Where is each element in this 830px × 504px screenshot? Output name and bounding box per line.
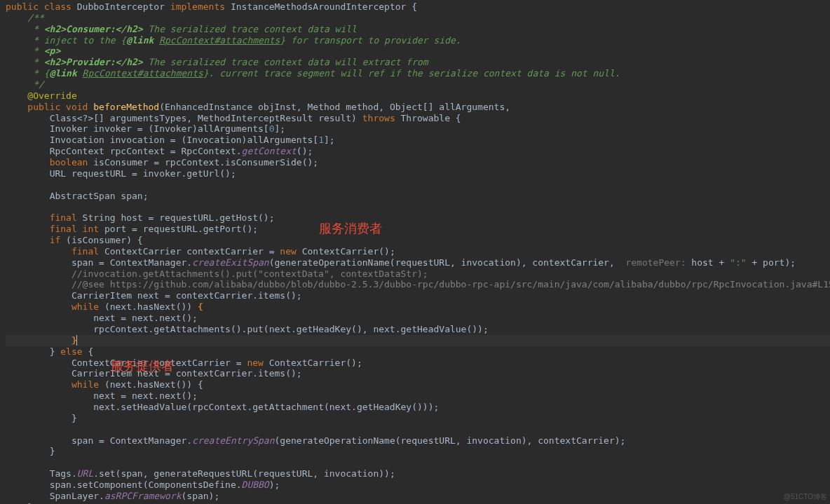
code-line: ContextCarrier contextCarrier = new Cont… (6, 357, 362, 368)
code-line: while (next.hasNext()) { (6, 379, 203, 390)
code-line: } (6, 413, 77, 423)
blank-line (6, 424, 11, 435)
blank-line (6, 201, 11, 212)
code-line: final ContextCarrier contextCarrier = ne… (6, 246, 395, 257)
code-line: span = ContextManager.createEntrySpan(ge… (6, 435, 625, 446)
method-sig2: Class<?>[] argumentsTypes, MethodInterce… (6, 113, 461, 123)
javadoc-line: * {@link RpcContext#attachments}. curren… (6, 68, 620, 79)
code-line: final int port = requestURL.getPort(); (6, 224, 258, 234)
code-line: Tags.URL.set(span, generateRequestURL(re… (6, 468, 395, 479)
code-line: SpanLayer.asRPCFramework(span); (6, 491, 219, 501)
blank-line (6, 457, 11, 468)
code-line: rpcContext.getAttachments().put(next.get… (6, 324, 489, 334)
annotation: @Override (6, 90, 77, 101)
method-sig: public void beforeMethod(EnhancedInstanc… (6, 102, 510, 112)
javadoc-line: * <h2>Consumer:</h2> The serialized trac… (6, 24, 357, 34)
comment-line: //@see https://github.com/alibaba/dubbo/… (6, 279, 830, 290)
code-line-caret: } (6, 335, 830, 346)
code-line: span = ContextManager.createExitSpan(gen… (6, 257, 796, 268)
blank-line (6, 179, 11, 190)
javadoc-line: * <p> (6, 46, 60, 56)
code-line: while (next.hasNext()) { (6, 301, 203, 312)
code-line: span.setComponent(ComponentsDefine.DUBBO… (6, 479, 280, 490)
javadoc-close: */ (6, 79, 44, 90)
code-line: } else { (6, 346, 93, 357)
code-line: if (isConsumer) { (6, 235, 143, 245)
code-line: next = next.next(); (6, 390, 198, 401)
code-editor[interactable]: public class DubboInterceptor implements… (0, 0, 830, 504)
code-line: Invocation invocation = (Invocation)allA… (6, 135, 335, 145)
code-line: URL requestURL = invoker.getUrl(); (6, 168, 236, 179)
javadoc-line: * <h2>Provider:</h2> The serialized trac… (6, 57, 428, 67)
code-line: CarrierItem next = contextCarrier.items(… (6, 290, 302, 301)
code-line: } (6, 446, 55, 456)
comment-line: //invocation.getAttachments().put("conte… (6, 268, 428, 279)
annotation-consumer-label: 服务消费者 (319, 222, 382, 237)
javadoc-open: /** (6, 13, 44, 23)
annotation-provider-label: 服务提供者 (111, 359, 174, 374)
javadoc-line: * inject to the {@link RpcContext#attach… (6, 35, 461, 46)
code-line: Invoker invoker = (Invoker)allArguments[… (6, 123, 285, 134)
code-line: boolean isConsumer = rpcContext.isConsum… (6, 157, 318, 168)
code-line: public class DubboInterceptor implements… (6, 1, 417, 12)
watermark: @51CTO博客 (784, 493, 827, 501)
code-line: AbstractSpan span; (6, 191, 149, 201)
code-line: final String host = requestURL.getHost()… (6, 212, 275, 223)
code-line: RpcContext rpcContext = RpcContext.getCo… (6, 146, 313, 156)
code-line: next.setHeadValue(rpcContext.getAttachme… (6, 402, 439, 412)
code-line: next = next.next(); (6, 313, 198, 323)
